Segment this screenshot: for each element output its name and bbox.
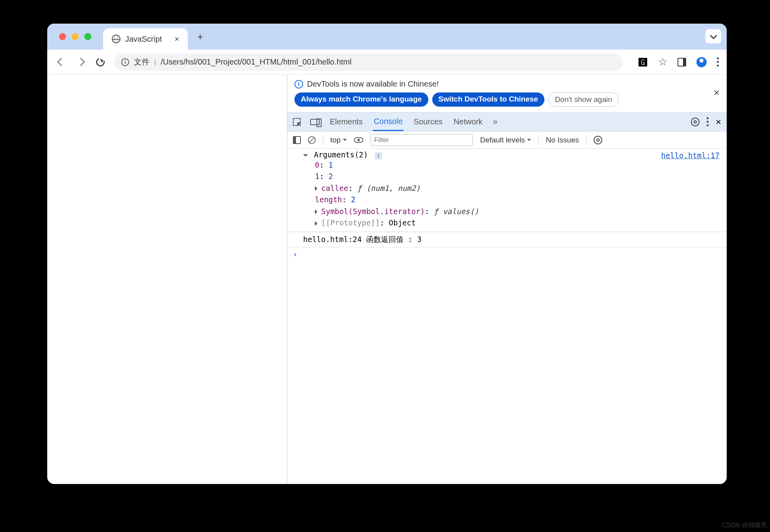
tab-sources[interactable]: Sources (413, 113, 443, 130)
settings-gear-icon[interactable] (691, 118, 700, 126)
reload-icon (94, 56, 106, 68)
info-badge-icon[interactable]: i (375, 152, 382, 159)
object-property[interactable]: Symbol(Symbol.iterator): ƒ values() (303, 206, 721, 217)
levels-label: Default levels (480, 136, 525, 144)
inspect-element-icon[interactable] (293, 118, 301, 126)
object-property[interactable]: 0: 1 (303, 159, 721, 171)
devtools-tab-bar: Elements Console Sources Network » × (287, 113, 727, 131)
tab-strip: JavaScript × + (47, 24, 727, 50)
switch-language-button[interactable]: Switch DevTools to Chinese (432, 92, 544, 107)
object-property[interactable]: callee: ƒ (num1, num2) (303, 183, 721, 194)
arrow-left-icon (57, 58, 65, 66)
filter-input[interactable] (370, 134, 473, 146)
live-expression-icon[interactable] (354, 137, 363, 143)
url-path: /Users/hsl/001_Project/001_HTML/html_001… (161, 57, 352, 66)
side-panel-icon[interactable] (677, 58, 686, 66)
object-header[interactable]: Arguments(2) i (303, 150, 721, 159)
translate-icon[interactable]: 🅶 (639, 57, 648, 67)
infobar-close-button[interactable]: × (714, 87, 720, 99)
omnibox[interactable]: i 文件 | /Users/hsl/001_Project/001_HTML/h… (114, 54, 623, 71)
context-selector[interactable]: top (330, 136, 347, 144)
dont-show-again-button[interactable]: Don't show again (548, 92, 619, 107)
infobar-message: DevTools is now available in Chinese! (307, 79, 439, 89)
site-info-icon[interactable]: i (121, 58, 129, 66)
match-language-button[interactable]: Always match Chrome's language (294, 92, 428, 107)
kebab-menu-icon[interactable] (717, 57, 719, 66)
console-settings-icon[interactable] (594, 136, 602, 144)
tab-close-button[interactable]: × (174, 35, 179, 44)
log-levels-selector[interactable]: Default levels (480, 136, 531, 144)
watermark: CSDN @韩曙亮 (722, 521, 767, 530)
console-output: hello.html:17 Arguments(2) i 0: 1 1: 2 c… (287, 149, 727, 484)
clear-console-icon[interactable] (308, 136, 316, 144)
minimize-window-button[interactable] (72, 33, 79, 40)
nav-back-button[interactable] (55, 56, 67, 68)
console-prompt[interactable]: › (287, 248, 727, 261)
devtools-locale-infobar: i DevTools is now available in Chinese! … (287, 75, 727, 113)
tab-network[interactable]: Network (453, 113, 483, 130)
close-window-button[interactable] (59, 33, 66, 40)
browser-tab[interactable]: JavaScript × (103, 28, 188, 50)
fullscreen-window-button[interactable] (84, 33, 91, 40)
object-summary: Arguments(2) (314, 150, 368, 159)
chevron-down-icon (710, 32, 717, 39)
address-bar: i 文件 | /Users/hsl/001_Project/001_HTML/h… (47, 50, 727, 75)
nav-forward-button[interactable] (75, 56, 87, 68)
object-property[interactable]: 1: 2 (303, 171, 721, 182)
tab-title: JavaScript (125, 35, 162, 44)
console-sidebar-icon[interactable] (293, 136, 301, 144)
devtools-close-button[interactable]: × (716, 116, 721, 127)
log-text: 函数返回值 : 3 (366, 235, 422, 244)
browser-window: JavaScript × + i 文件 | /Users/hsl/001_Pro… (47, 24, 727, 484)
more-tabs-icon[interactable]: » (493, 117, 498, 127)
content-split: i DevTools is now available in Chinese! … (47, 75, 727, 484)
object-property[interactable]: [[Prototype]]: Object (303, 217, 721, 229)
globe-icon (112, 35, 120, 43)
url-scheme: 文件 (134, 57, 150, 67)
tab-elements[interactable]: Elements (329, 113, 363, 130)
devtools-panel: i DevTools is now available in Chinese! … (287, 75, 727, 484)
info-icon: i (294, 80, 303, 89)
reload-button[interactable] (94, 56, 106, 68)
traffic-lights (59, 33, 91, 40)
source-link[interactable]: hello.html:24 (303, 235, 362, 244)
caret-right-icon (315, 209, 320, 214)
caret-right-icon (315, 186, 320, 191)
source-link[interactable]: hello.html:17 (661, 151, 720, 160)
object-property[interactable]: length: 2 (303, 194, 721, 205)
dropdown-caret-icon (343, 139, 347, 143)
tab-search-button[interactable] (705, 29, 721, 43)
profile-avatar[interactable] (696, 57, 707, 67)
caret-down-icon (303, 154, 308, 159)
arrow-right-icon (76, 58, 85, 66)
devtools-menu-icon[interactable] (707, 117, 709, 126)
console-toolbar: top Default levels No Issues (287, 131, 727, 149)
page-viewport (47, 75, 287, 484)
issues-label[interactable]: No Issues (546, 136, 579, 144)
new-tab-button[interactable]: + (197, 31, 203, 43)
device-toolbar-icon[interactable] (310, 119, 320, 125)
context-label: top (330, 136, 341, 144)
bookmark-icon[interactable]: ☆ (658, 56, 667, 68)
tab-console[interactable]: Console (373, 113, 403, 131)
console-message: hello.html:17 Arguments(2) i 0: 1 1: 2 c… (287, 149, 727, 232)
toolbar-right: 🅶 ☆ (639, 56, 719, 68)
console-message: hello.html:24 函数返回值 : 3 (287, 232, 727, 248)
caret-right-icon (315, 221, 320, 226)
dropdown-caret-icon (527, 139, 531, 143)
